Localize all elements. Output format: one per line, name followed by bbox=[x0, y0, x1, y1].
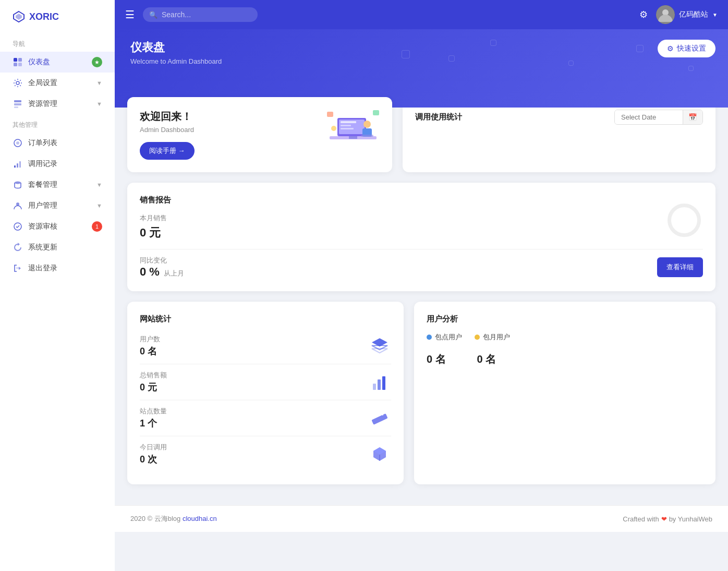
sidebar-item-order-list-label: 订单列表 bbox=[28, 138, 57, 148]
svg-rect-4 bbox=[14, 63, 17, 66]
sidebar-item-call-records-label: 调用记录 bbox=[28, 159, 57, 169]
footer-link[interactable]: cloudhai.cn bbox=[183, 515, 217, 522]
stat-users-label: 用户数 bbox=[140, 335, 160, 344]
content-area: 仪表盘 Welcome to Admin Dashboard ⚙ 快速设置 欢迎… bbox=[115, 29, 728, 571]
svg-rect-31 bbox=[373, 110, 379, 115]
sidebar-item-user-mgmt-label: 用户管理 bbox=[28, 201, 57, 210]
legend-dot-1 bbox=[475, 335, 480, 340]
svg-rect-13 bbox=[17, 163, 18, 168]
deco-sq-2 bbox=[490, 40, 496, 46]
menu-toggle-button[interactable]: ☰ bbox=[125, 8, 135, 21]
date-input[interactable] bbox=[615, 110, 683, 124]
main-area: ☰ 🔍 ⚙ 亿码酷站 ▼ 仪表盘 We bbox=[115, 0, 728, 571]
search-input[interactable] bbox=[143, 7, 258, 22]
stat-sites-label: 站点数量 bbox=[140, 407, 167, 416]
sidebar-item-user-mgmt[interactable]: 用户管理 ▼ bbox=[0, 195, 115, 216]
logo: XORIC bbox=[0, 0, 115, 33]
svg-rect-8 bbox=[14, 103, 21, 105]
svg-point-6 bbox=[16, 81, 19, 85]
by-text: by YunhaiWeb bbox=[669, 515, 712, 523]
quick-settings-button[interactable]: ⚙ 快速设置 bbox=[658, 40, 715, 57]
sidebar-item-dashboard-label: 仪表盘 bbox=[28, 57, 50, 67]
svg-rect-30 bbox=[327, 112, 333, 117]
deco-sq-3 bbox=[568, 61, 574, 66]
legend-label-0: 包点用户 bbox=[435, 332, 462, 342]
cube-icon bbox=[368, 443, 391, 466]
chevron-down-icon-3: ▼ bbox=[96, 182, 102, 188]
sidebar-item-dashboard[interactable]: 仪表盘 ★ bbox=[0, 52, 115, 73]
svg-rect-12 bbox=[14, 165, 16, 168]
sidebar-item-global-settings[interactable]: 全局设置 ▼ bbox=[0, 73, 115, 93]
stat-sales-value: 0 元 bbox=[140, 381, 167, 394]
heart-icon: ❤ bbox=[661, 515, 667, 523]
website-stats-title: 网站统计 bbox=[140, 314, 391, 324]
calendar-icon[interactable]: 📅 bbox=[683, 110, 702, 124]
welcome-card: 欢迎回来！ Admin Dashboard 阅读手册 → bbox=[127, 97, 392, 172]
sidebar-item-resource-mgmt[interactable]: 资源管理 ▼ bbox=[0, 93, 115, 114]
svg-rect-39 bbox=[371, 413, 387, 425]
order-icon bbox=[13, 138, 23, 148]
svg-rect-37 bbox=[378, 379, 381, 390]
sidebar-item-resource-audit[interactable]: 资源审核 1 bbox=[0, 216, 115, 237]
footer-right: Crafted with ❤ by YunhaiWeb bbox=[623, 515, 712, 523]
sales-yoy-row: 同比变化 0 % 从上月 查看详细 bbox=[140, 256, 703, 279]
svg-rect-7 bbox=[14, 100, 21, 102]
sidebar-item-call-records[interactable]: 调用记录 bbox=[0, 153, 115, 174]
usage-stats-card: 调用使用统计 📅 bbox=[403, 97, 715, 172]
svg-point-16 bbox=[16, 203, 19, 206]
monthly-value: 0 元 bbox=[140, 225, 703, 241]
svg-point-27 bbox=[363, 121, 371, 128]
monthly-label: 本月销售 bbox=[140, 213, 703, 223]
footer: 2020 © 云海blog cloudhai.cn Crafted with ❤… bbox=[115, 505, 728, 532]
analysis-value-1: 0 名 bbox=[477, 352, 496, 366]
ruler-icon bbox=[368, 407, 391, 430]
usage-stats-title: 调用使用统计 bbox=[415, 112, 462, 122]
logout-icon bbox=[13, 263, 23, 273]
legend-dot-0 bbox=[427, 335, 432, 340]
read-manual-button[interactable]: 阅读手册 → bbox=[140, 142, 195, 160]
yoy-suffix: 从上月 bbox=[164, 269, 184, 278]
audit-icon bbox=[13, 221, 23, 232]
yoy-left: 同比变化 0 % 从上月 bbox=[140, 256, 184, 279]
audit-badge: 1 bbox=[92, 221, 102, 232]
svg-rect-25 bbox=[341, 125, 351, 126]
user-icon bbox=[13, 200, 23, 211]
svg-rect-26 bbox=[341, 128, 354, 129]
filter-icon[interactable]: ⚙ bbox=[639, 9, 648, 20]
sidebar-item-logout[interactable]: 退出登录 bbox=[0, 258, 115, 279]
yoy-value: 0 % bbox=[140, 265, 160, 279]
search-wrapper: 🔍 bbox=[143, 7, 258, 22]
stat-sites-value: 1 个 bbox=[140, 417, 167, 430]
nav-section-other: 其他管理 bbox=[0, 114, 115, 133]
dashboard-badge: ★ bbox=[92, 57, 102, 67]
user-menu[interactable]: 亿码酷站 ▼ bbox=[656, 5, 718, 24]
quick-settings-label: 快速设置 bbox=[677, 44, 706, 53]
sidebar-item-order-list[interactable]: 订单列表 bbox=[0, 133, 115, 153]
stat-users-value: 0 名 bbox=[140, 345, 160, 358]
layers-icon bbox=[368, 335, 391, 358]
stat-row-users: 用户数 0 名 bbox=[140, 328, 391, 364]
usage-stats-header: 调用使用统计 📅 bbox=[415, 110, 703, 125]
svg-rect-2 bbox=[14, 58, 17, 62]
footer-copyright: 2020 © 云海blog bbox=[130, 515, 180, 522]
legend-item-0: 包点用户 bbox=[427, 332, 462, 342]
bar-chart-icon bbox=[368, 371, 391, 394]
page-title: 仪表盘 bbox=[130, 40, 712, 55]
svg-rect-3 bbox=[18, 58, 22, 62]
sales-report-title: 销售报告 bbox=[140, 195, 703, 205]
stat-sites-info: 站点数量 1 个 bbox=[140, 407, 167, 430]
chevron-down-icon-2: ▼ bbox=[96, 101, 102, 107]
website-stats-card: 网站统计 用户数 0 名 bbox=[127, 302, 404, 484]
view-detail-button[interactable]: 查看详细 bbox=[657, 257, 703, 277]
svg-rect-5 bbox=[18, 63, 22, 66]
sidebar-item-package-mgmt[interactable]: 套餐管理 ▼ bbox=[0, 174, 115, 195]
svg-rect-9 bbox=[14, 106, 18, 108]
nav-section-main: 导航 bbox=[0, 33, 115, 52]
donut-chart bbox=[668, 204, 701, 237]
deco-sq-6 bbox=[448, 55, 455, 62]
package-icon bbox=[13, 180, 23, 190]
legend-item-1: 包月用户 bbox=[475, 332, 510, 342]
sidebar-item-system-update[interactable]: 系统更新 bbox=[0, 237, 115, 258]
avatar bbox=[656, 5, 675, 24]
analysis-legend: 包点用户 包月用户 bbox=[427, 332, 703, 342]
